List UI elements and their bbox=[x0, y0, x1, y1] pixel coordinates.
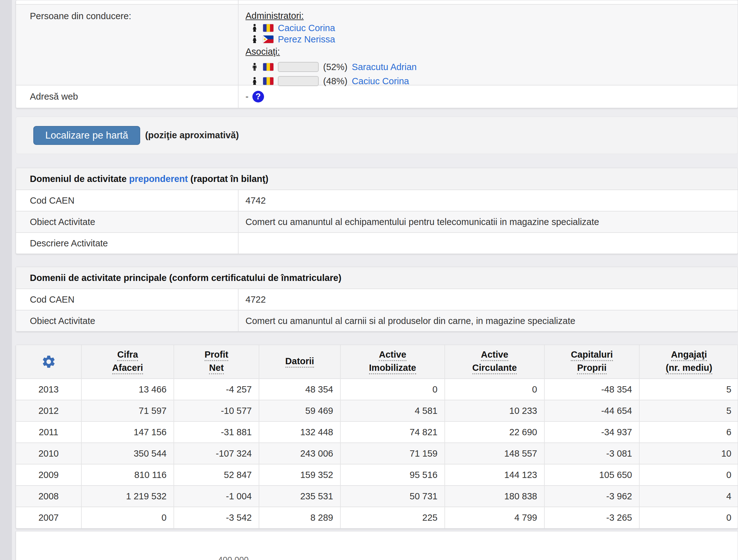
year-cell: 2013 bbox=[16, 379, 81, 400]
value-cell: 148 557 bbox=[445, 443, 544, 464]
administrator-item: Caciuc Corina bbox=[246, 22, 731, 34]
male-person-icon bbox=[251, 62, 259, 71]
year-cell: 2011 bbox=[16, 421, 81, 443]
column-header-profit-net: ProfitNet bbox=[174, 345, 259, 379]
financials-row-2008: 2008 1 219 532 -1 004 235 531 50 731 180… bbox=[16, 486, 738, 507]
row-value bbox=[238, 233, 738, 253]
locate-on-map-button[interactable]: Localizare pe hartă bbox=[33, 126, 140, 145]
web-address-row: Adresă web - ? bbox=[16, 85, 738, 108]
value-cell: 4 bbox=[639, 486, 738, 507]
row-label: Cod CAEN bbox=[16, 289, 238, 310]
registered-activity-section: Domenii de activitate principale (confor… bbox=[16, 267, 738, 332]
company-info-table: Persoane din conducere: Administratori: … bbox=[16, 0, 738, 108]
associate-link[interactable]: Caciuc Corina bbox=[352, 76, 409, 86]
female-person-icon bbox=[251, 77, 259, 85]
table-settings-cell bbox=[16, 345, 81, 379]
value-cell: 5 bbox=[639, 400, 738, 421]
value-cell: 6 bbox=[639, 421, 738, 443]
value-cell: 0 bbox=[639, 464, 738, 486]
row-value: Comert cu amanuntul al echipamentului pe… bbox=[238, 211, 738, 232]
ownership-percent: (48%) bbox=[323, 76, 347, 86]
column-header-cifra-afaceri: CifraAfaceri bbox=[81, 345, 174, 379]
main-activity-section: Domeniul de activitate preponderent (rap… bbox=[16, 168, 738, 254]
preponderent-link[interactable]: preponderent bbox=[129, 174, 188, 184]
administrators-heading: Administratori: bbox=[246, 9, 731, 22]
value-cell: 132 448 bbox=[259, 421, 340, 443]
value-cell: -48 354 bbox=[544, 379, 639, 400]
administrator-item: Perez Nerissa bbox=[246, 34, 731, 45]
web-address-label: Adresă web bbox=[16, 85, 238, 108]
column-header-active-imobilizate: ActiveImobilizate bbox=[340, 345, 445, 379]
row-label: Obiect Activitate bbox=[16, 211, 238, 232]
value-cell: 225 bbox=[340, 507, 445, 528]
chart-y-axis-tick: 400 000 bbox=[205, 555, 249, 560]
column-header-active-circulante: ActiveCirculante bbox=[445, 345, 544, 379]
value-cell: 243 006 bbox=[259, 443, 340, 464]
value-cell: 0 bbox=[445, 379, 544, 400]
row-label: Descriere Activitate bbox=[16, 233, 238, 253]
female-person-icon bbox=[251, 24, 259, 32]
ownership-bar bbox=[278, 76, 319, 86]
value-cell: 0 bbox=[340, 379, 445, 400]
year-cell: 2010 bbox=[16, 443, 81, 464]
value-cell: 95 516 bbox=[340, 464, 445, 486]
financials-row-2007: 2007 0 -3 542 8 289 225 4 799 -3 265 0 bbox=[16, 507, 738, 528]
table-row: Descriere Activitate bbox=[16, 232, 738, 253]
column-header-datorii: Datorii bbox=[259, 345, 340, 379]
value-cell: 1 219 532 bbox=[81, 486, 174, 507]
row-label: Obiect Activitate bbox=[16, 311, 238, 331]
financials-row-2010: 2010 350 544 -107 324 243 006 71 159 148… bbox=[16, 443, 738, 464]
philippines-flag-icon bbox=[263, 35, 274, 43]
table-row-partial bbox=[16, 0, 738, 4]
value-cell: 71 597 bbox=[81, 400, 174, 421]
management-label: Persoane din conducere: bbox=[16, 5, 238, 85]
value-cell: 350 544 bbox=[81, 443, 174, 464]
gear-icon[interactable] bbox=[41, 354, 56, 369]
value-cell: 50 731 bbox=[340, 486, 445, 507]
page-content-column: Persoane din conducere: Administratori: … bbox=[12, 0, 738, 560]
value-cell: -107 324 bbox=[174, 443, 259, 464]
financials-table: CifraAfaceri ProfitNet Datorii ActiveImo… bbox=[16, 345, 738, 528]
map-approximate-note: (poziţie aproximativă) bbox=[145, 130, 239, 140]
financials-chart-section: 400 000 bbox=[16, 531, 738, 560]
value-cell: 105 650 bbox=[544, 464, 639, 486]
value-cell: -31 881 bbox=[174, 421, 259, 443]
value-cell: -1 004 bbox=[174, 486, 259, 507]
financials-row-2012: 2012 71 597 -10 577 59 469 4 581 10 233 … bbox=[16, 400, 738, 421]
value-cell: 22 690 bbox=[445, 421, 544, 443]
value-cell: -3 542 bbox=[174, 507, 259, 528]
value-cell: -34 937 bbox=[544, 421, 639, 443]
value-cell: 0 bbox=[81, 507, 174, 528]
administrator-link[interactable]: Perez Nerissa bbox=[278, 34, 335, 45]
registered-activity-header: Domenii de activitate principale (confor… bbox=[16, 267, 738, 289]
value-cell: -3 265 bbox=[544, 507, 639, 528]
administrator-link[interactable]: Caciuc Corina bbox=[278, 23, 335, 33]
financials-row-2009: 2009 810 116 52 847 159 352 95 516 144 1… bbox=[16, 464, 738, 486]
header-text: Domeniul de activitate bbox=[30, 174, 127, 184]
value-cell: -10 577 bbox=[174, 400, 259, 421]
value-cell: 71 159 bbox=[340, 443, 445, 464]
value-cell: 59 469 bbox=[259, 400, 340, 421]
management-row: Persoane din conducere: Administratori: … bbox=[16, 4, 738, 85]
ownership-bar bbox=[278, 62, 319, 72]
row-value: Comert cu amanuntul al carnii si al prod… bbox=[238, 311, 738, 331]
value-cell: 235 531 bbox=[259, 486, 340, 507]
value-cell: 144 123 bbox=[445, 464, 544, 486]
value-cell: 74 821 bbox=[340, 421, 445, 443]
value-cell: -4 257 bbox=[174, 379, 259, 400]
row-value: 4722 bbox=[238, 289, 738, 310]
romania-flag-icon bbox=[263, 77, 274, 85]
associate-link[interactable]: Saracutu Adrian bbox=[352, 62, 416, 72]
value-cell: -44 654 bbox=[544, 400, 639, 421]
value-cell: 4 581 bbox=[340, 400, 445, 421]
column-header-capitaluri-proprii: CapitaluriProprii bbox=[544, 345, 639, 379]
value-cell: -3 081 bbox=[544, 443, 639, 464]
main-activity-header: Domeniul de activitate preponderent (rap… bbox=[16, 168, 738, 189]
financials-header-row: CifraAfaceri ProfitNet Datorii ActiveImo… bbox=[16, 345, 738, 379]
year-cell: 2012 bbox=[16, 400, 81, 421]
value-cell: 180 838 bbox=[445, 486, 544, 507]
help-icon[interactable]: ? bbox=[252, 91, 264, 102]
column-header-angajati: Angajaţi(nr. mediu) bbox=[639, 345, 738, 379]
value-cell: -3 962 bbox=[544, 486, 639, 507]
female-person-icon bbox=[251, 35, 259, 44]
